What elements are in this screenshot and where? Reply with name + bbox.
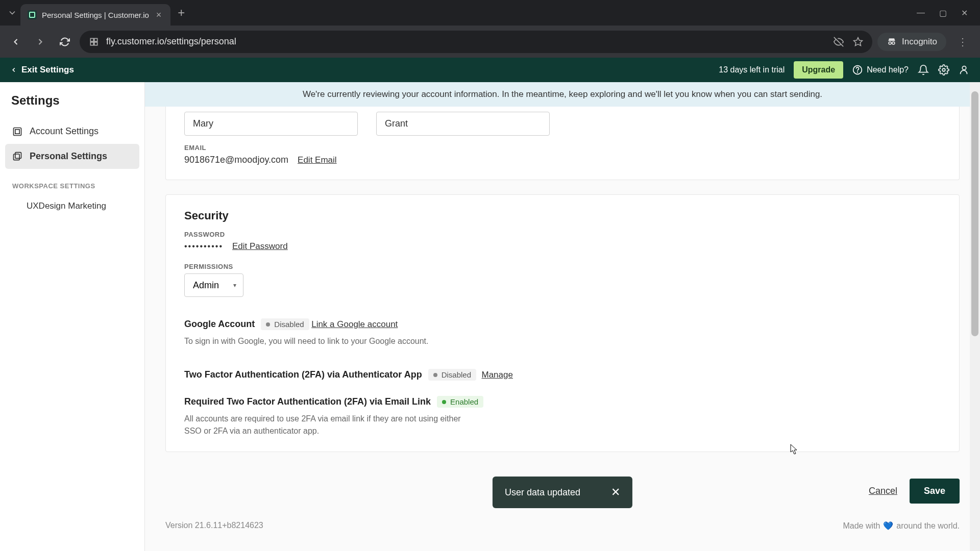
svg-rect-13: [15, 129, 19, 133]
edit-email-link[interactable]: Edit Email: [298, 155, 337, 165]
svg-point-11: [962, 66, 966, 70]
help-label: Need help?: [867, 65, 909, 74]
url-text: fly.customer.io/settings/personal: [106, 36, 236, 47]
heart-icon: 💙: [883, 521, 893, 531]
google-account-section: Google Account Disabled Link a Google ac…: [184, 312, 941, 347]
reload-button[interactable]: [55, 32, 75, 52]
upgrade-button[interactable]: Upgrade: [794, 61, 843, 79]
tfa-app-title: Two Factor Authentication (2FA) via Auth…: [184, 369, 422, 380]
status-dot-icon: [433, 373, 437, 377]
incognito-badge[interactable]: Incognito: [877, 33, 946, 51]
window-close-icon[interactable]: ✕: [961, 8, 968, 18]
window-minimize-icon[interactable]: —: [917, 8, 925, 18]
save-button[interactable]: Save: [910, 479, 960, 504]
bookmark-star-icon[interactable]: [853, 37, 863, 47]
scrollbar-thumb[interactable]: [971, 91, 978, 336]
help-button[interactable]: Need help?: [852, 65, 909, 75]
sidebar-item-personal-settings[interactable]: Personal Settings: [5, 144, 139, 169]
password-label: PASSWORD: [184, 231, 941, 238]
sidebar-item-account-settings[interactable]: Account Settings: [5, 119, 139, 144]
sidebar-item-label: Account Settings: [30, 126, 99, 137]
window-controls: — ▢ ✕: [917, 8, 976, 18]
google-status-text: Disabled: [274, 320, 304, 329]
edit-password-link[interactable]: Edit Password: [232, 241, 288, 252]
site-settings-icon[interactable]: [89, 37, 99, 47]
permissions-select[interactable]: Admin: [184, 273, 243, 297]
tab-favicon-icon: [28, 10, 37, 19]
tab-close-icon[interactable]: ×: [154, 10, 164, 20]
version-text: Version 21.6.11+b8214623: [165, 521, 263, 531]
app-topbar: Exit Settings 13 days left in trial Upgr…: [0, 58, 980, 82]
tab-search-dropdown[interactable]: [4, 5, 20, 21]
google-help-text: To sign in with Google, you will need to…: [184, 335, 470, 347]
first-name-input[interactable]: [184, 112, 358, 136]
window-maximize-icon[interactable]: ▢: [939, 8, 947, 18]
account-settings-icon: [12, 127, 22, 137]
bottom-bar: Version 21.6.11+b8214623 Made with 💙 aro…: [145, 516, 980, 541]
tfa-app-status-text: Disabled: [442, 370, 471, 379]
svg-rect-3: [94, 42, 97, 45]
security-card: Security PASSWORD •••••••••• Edit Passwo…: [165, 194, 960, 452]
sidebar-item-label: Personal Settings: [30, 151, 107, 162]
review-banner: We're currently reviewing your account i…: [145, 82, 980, 107]
tfa-email-title: Required Two Factor Authentication (2FA)…: [184, 396, 431, 407]
tfa-email-status-badge: Enabled: [437, 396, 483, 408]
eye-off-icon[interactable]: [834, 37, 844, 47]
exit-settings-button[interactable]: Exit Settings: [10, 65, 74, 75]
user-icon[interactable]: [959, 64, 970, 76]
browser-tab[interactable]: Personal Settings | Customer.io ×: [20, 4, 170, 26]
scrollbar-track[interactable]: [970, 82, 980, 551]
sidebar-workspace-item[interactable]: UXDesign Marketing: [5, 195, 139, 217]
sidebar: Settings Account Settings Personal Setti…: [0, 82, 145, 551]
exit-settings-label: Exit Settings: [21, 65, 74, 75]
last-name-input[interactable]: [376, 112, 550, 136]
toast-text: User data updated: [505, 487, 580, 498]
permissions-label: PERMISSIONS: [184, 263, 941, 270]
browser-chrome: Personal Settings | Customer.io × + — ▢ …: [0, 0, 980, 58]
incognito-icon: [887, 37, 897, 47]
svg-rect-15: [15, 152, 21, 158]
tfa-email-status-text: Enabled: [450, 397, 478, 406]
toast: User data updated ✕: [493, 477, 632, 508]
email-value: 9018671e@moodjoy.com: [184, 155, 288, 165]
security-title: Security: [184, 209, 941, 222]
status-dot-icon: [442, 400, 446, 404]
tab-bar: Personal Settings | Customer.io × + — ▢ …: [0, 0, 980, 26]
svg-point-6: [889, 42, 891, 44]
made-with-text: Made with 💙 around the world.: [843, 521, 960, 531]
status-dot-icon: [266, 322, 270, 327]
main-content: We're currently reviewing your account i…: [145, 82, 980, 551]
google-account-title: Google Account: [184, 319, 255, 330]
svg-rect-0: [90, 38, 93, 41]
svg-point-10: [942, 68, 945, 71]
url-bar[interactable]: fly.customer.io/settings/personal: [80, 31, 872, 53]
personal-settings-icon: [12, 152, 22, 162]
google-status-badge: Disabled: [261, 318, 309, 330]
cancel-button[interactable]: Cancel: [869, 479, 897, 504]
svg-rect-12: [14, 128, 21, 135]
tab-title: Personal Settings | Customer.io: [42, 11, 149, 19]
browser-menu-icon[interactable]: ⋮: [951, 36, 974, 48]
toast-close-icon[interactable]: ✕: [611, 486, 620, 499]
tfa-app-manage-link[interactable]: Manage: [482, 370, 513, 380]
tfa-app-status-badge: Disabled: [428, 369, 476, 381]
back-button[interactable]: [6, 32, 26, 52]
address-bar: fly.customer.io/settings/personal Incogn…: [0, 26, 980, 58]
gear-icon[interactable]: [938, 64, 949, 76]
tfa-email-section: Required Two Factor Authentication (2FA)…: [184, 396, 941, 437]
sidebar-section-label: WORKSPACE SETTINGS: [5, 169, 139, 195]
password-masked: ••••••••••: [184, 242, 223, 251]
trial-text: 13 days left in trial: [719, 65, 785, 74]
sidebar-title: Settings: [5, 93, 139, 119]
link-google-account-link[interactable]: Link a Google account: [311, 319, 398, 330]
app-body: Settings Account Settings Personal Setti…: [0, 82, 980, 551]
svg-rect-1: [94, 38, 97, 41]
bell-icon[interactable]: [918, 64, 929, 76]
svg-point-7: [892, 42, 895, 44]
forward-button[interactable]: [31, 32, 50, 52]
svg-point-9: [857, 72, 858, 72]
tfa-app-section: Two Factor Authentication (2FA) via Auth…: [184, 363, 941, 381]
new-tab-button[interactable]: +: [178, 6, 185, 20]
svg-rect-14: [14, 154, 20, 160]
incognito-label: Incognito: [902, 37, 937, 47]
